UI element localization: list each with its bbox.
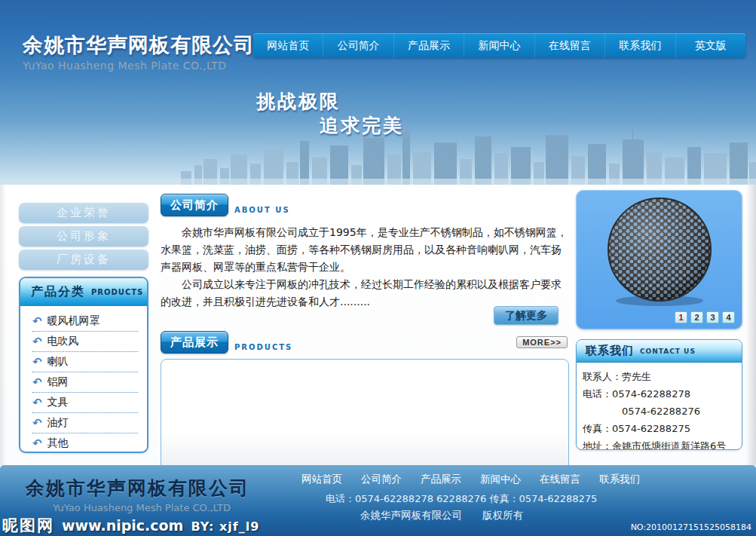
main-nav: 网站首页 公司简介 产品展示 新闻中心 在线留言 联系我们 英文版 (253, 33, 745, 58)
watermark-url: www.nipic.com (62, 517, 183, 534)
curved-arrow-icon: ↶ (32, 357, 42, 368)
left-sidebar: 企业荣誉 公司形象 厂房设备 产品分类 PRODUCTS ↶ 暖风机网罩 ↶ 电… (19, 203, 148, 453)
footer-copyright: 余姚华声网板有限公司 版权所有 (360, 509, 523, 522)
logo: 余姚市华声网板有限公司 YuYao Huasheng Mesh Plate CO… (23, 32, 255, 72)
sidebar-item-image[interactable]: 公司形象 (19, 226, 148, 247)
about-paragraph-1: 余姚市华声网板有限公司成立于1995年，是专业生产不锈钢制品，如不锈钢网篮，水果… (161, 224, 569, 276)
about-subtitle: ABOUT US (234, 206, 290, 216)
contact-value: 劳先生 (622, 371, 651, 382)
sidebar-item-equipment[interactable]: 厂房设备 (19, 250, 148, 270)
curved-arrow-icon: ↶ (32, 418, 42, 429)
footer-serial-number: NO:20100127151525058184 (631, 522, 751, 532)
nav-item-news[interactable]: 新闻中心 (464, 33, 534, 58)
hero-banner: 余姚市华声网板有限公司 YuYao Huasheng Mesh Plate CO… (0, 0, 756, 185)
nav-item-message[interactable]: 在线留言 (535, 33, 605, 58)
footer-link-home[interactable]: 网站首页 (301, 473, 342, 486)
footer-company-name: 余姚市华声网板有限公司 (26, 476, 249, 501)
mesh-dome-product-image (603, 195, 716, 308)
banner-slogan-1: 挑战极限 (256, 89, 341, 114)
category-item-oil-lamp[interactable]: ↶ 油灯 (32, 413, 138, 433)
page-button-1[interactable]: 1 (675, 311, 687, 323)
product-category-list: ↶ 暖风机网罩 ↶ 电吹风 ↶ 喇叭 ↶ 铝网 (20, 306, 147, 453)
more-button[interactable]: MORE>> (516, 336, 568, 348)
footer-link-products[interactable]: 产品展示 (421, 473, 461, 486)
contact-person-row: 联系人：劳先生 (583, 368, 736, 385)
contact-label: 电话： (583, 388, 612, 400)
footer-nav: 网站首页 公司简介 产品展示 新闻中心 在线留言 联系我们 (301, 473, 640, 486)
curved-arrow-icon: ↶ (32, 397, 42, 409)
contact-fax-row: 传真：0574-62288275 (583, 420, 736, 437)
city-skyline-image (0, 126, 756, 185)
curved-arrow-icon: ↶ (32, 316, 42, 327)
about-tab[interactable]: 公司简介 (161, 194, 228, 216)
nav-item-products[interactable]: 产品展示 (394, 33, 464, 58)
footer-company-name-en: YuYao Huasheng Mesh Plate CO.,LTD (53, 502, 231, 513)
product-showcase-panel: 1 2 3 4 (576, 190, 742, 329)
center-column: 公司简介 ABOUT US 余姚市华声网板有限公司成立于1995年，是专业生产不… (161, 194, 569, 472)
contact-value: 0574-62288276 (622, 406, 700, 417)
sidebar-item-honors[interactable]: 企业荣誉 (19, 203, 148, 223)
page-button-2[interactable]: 2 (690, 311, 703, 323)
watermark-logo: 昵图网 (2, 515, 54, 536)
about-section-header: 公司简介 ABOUT US (161, 194, 569, 216)
page-button-4[interactable]: 4 (722, 311, 735, 323)
category-item-speaker[interactable]: ↶ 喇叭 (32, 352, 138, 372)
contact-phone-row: 电话：0574-62288278 (583, 385, 736, 403)
nav-item-home[interactable]: 网站首页 (253, 33, 323, 58)
category-label: 铝网 (47, 375, 69, 389)
product-category-subtitle: PRODUCTS (91, 288, 143, 296)
contact-panel: 联系我们 CONTACT US 联系人：劳先生 电话：0574-62288278… (576, 339, 742, 450)
product-category-title: 产品分类 (31, 284, 85, 300)
logo-subtitle: YuYao Huasheng Mesh Plate CO.,LTD (23, 60, 255, 72)
curved-arrow-icon: ↶ (32, 438, 42, 449)
contact-header: 联系我们 CONTACT US (577, 340, 742, 363)
product-category-header: 产品分类 PRODUCTS (20, 278, 147, 306)
category-item-heater-mesh[interactable]: ↶ 暖风机网罩 (32, 311, 138, 332)
showcase-pagination: 1 2 3 4 (675, 311, 735, 323)
curved-arrow-icon: ↶ (32, 336, 42, 348)
main-content: 企业荣誉 公司形象 厂房设备 产品分类 PRODUCTS ↶ 暖风机网罩 ↶ 电… (0, 185, 756, 465)
contact-label: 地址： (583, 440, 612, 450)
contact-subtitle: CONTACT US (640, 348, 696, 355)
nav-item-english[interactable]: 英文版 (676, 33, 745, 58)
contact-value: 余姚市低塘街道新洋路6号 (612, 440, 726, 450)
footer-link-message[interactable]: 在线留言 (540, 473, 580, 486)
right-edge-shade (745, 185, 756, 465)
learn-more-button[interactable]: 了解更多 (494, 306, 559, 325)
category-label: 其他 (47, 436, 69, 450)
products-subtitle: PRODUCTS (234, 343, 292, 354)
nav-item-contact[interactable]: 联系我们 (605, 33, 675, 58)
contact-title: 联系我们 (586, 344, 634, 358)
category-label: 电吹风 (47, 335, 79, 348)
products-tab[interactable]: 产品展示 (161, 331, 228, 354)
page: 余姚市华声网板有限公司 YuYao Huasheng Mesh Plate CO… (0, 0, 756, 536)
category-item-hairdryer[interactable]: ↶ 电吹风 (32, 332, 138, 352)
category-item-stationery[interactable]: ↶ 文具 (32, 393, 138, 413)
category-label: 油灯 (47, 416, 69, 430)
footer-phone-line: 电话：0574-62288278 62288276 传真：0574-622882… (326, 492, 597, 506)
contact-address-row: 地址：余姚市低塘街道新洋路6号 (583, 437, 736, 450)
footer-link-news[interactable]: 新闻中心 (480, 473, 521, 486)
category-label: 喇叭 (47, 355, 69, 369)
right-column: 1 2 3 4 联系我们 CONTACT US 联系人：劳先生 电话：0574-… (576, 190, 742, 450)
nav-item-about[interactable]: 公司简介 (323, 33, 393, 58)
category-label: 文具 (47, 396, 69, 409)
nipic-watermark: 昵图网 www.nipic.com BY: xjf_l9 (2, 515, 259, 536)
category-item-other[interactable]: ↶ 其他 (32, 433, 138, 453)
contact-label: 联系人： (583, 371, 622, 382)
contact-phone2-row: 0574-62288276 (583, 403, 736, 420)
contact-value: 0574-62288275 (612, 423, 690, 434)
footer-link-about[interactable]: 公司简介 (361, 473, 402, 486)
product-category-panel: 产品分类 PRODUCTS ↶ 暖风机网罩 ↶ 电吹风 ↶ 喇叭 (19, 277, 148, 453)
products-display-box (161, 359, 569, 472)
curved-arrow-icon: ↶ (32, 377, 42, 388)
left-edge-shade (0, 185, 6, 465)
logo-title: 余姚市华声网板有限公司 (23, 32, 255, 59)
contact-value: 0574-62288278 (612, 388, 690, 400)
category-item-aluminum-mesh[interactable]: ↶ 铝网 (32, 372, 138, 393)
products-section-header: 产品展示 PRODUCTS MORE>> (161, 331, 569, 354)
footer-link-contact[interactable]: 联系我们 (599, 473, 640, 486)
contact-label: 传真： (583, 423, 612, 434)
contact-body: 联系人：劳先生 电话：0574-62288278 0574-62288276 传… (577, 363, 742, 450)
page-button-3[interactable]: 3 (706, 311, 719, 323)
